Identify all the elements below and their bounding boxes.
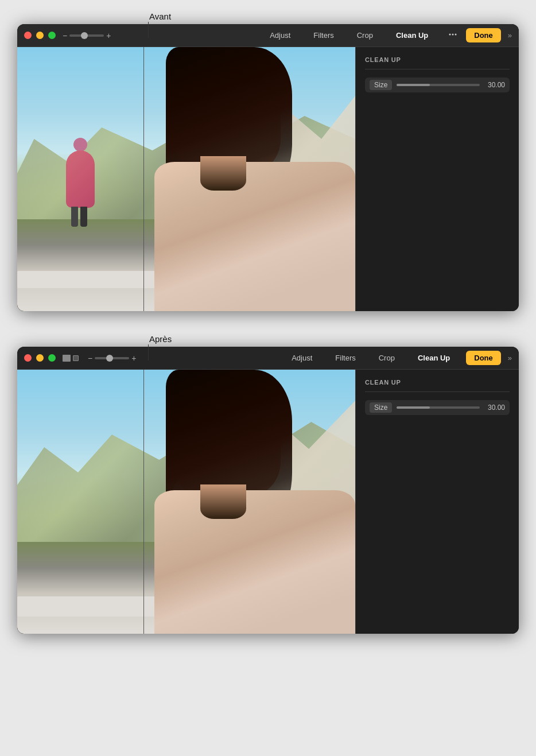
person-pink <box>63 150 98 231</box>
tab-filters-after[interactable]: Filters <box>324 351 367 365</box>
cleanup-section-title-after: CLEAN UP <box>365 379 510 386</box>
cleanup-section-title-before: CLEAN UP <box>365 56 510 63</box>
tab-cleanup-after[interactable]: Clean Up <box>406 351 461 365</box>
window-body-after: CLEAN UP Size 30.00 <box>17 370 519 634</box>
after-window: − + Adjust Filters Crop Clean Up Done » <box>17 347 519 634</box>
close-button[interactable] <box>24 32 32 39</box>
svg-point-2 <box>455 33 457 35</box>
size-value-before: 30.00 <box>484 81 505 89</box>
sidebar-before: CLEAN UP Size 30.00 <box>355 47 519 311</box>
photo-area-before[interactable] <box>17 47 355 311</box>
expand-button-after[interactable]: » <box>508 354 512 362</box>
view-icons-after <box>63 355 79 362</box>
minimize-button-after[interactable] <box>36 354 44 362</box>
nav-tabs-after: Adjust Filters Crop Clean Up <box>280 351 461 365</box>
zoom-control: − + <box>63 31 111 40</box>
svg-point-1 <box>452 33 454 35</box>
nav-tabs-before: Adjust Filters Crop Clean Up <box>258 29 440 42</box>
size-label-after: Size <box>370 402 392 413</box>
tab-cleanup-before[interactable]: Clean Up <box>384 29 440 42</box>
size-label-before: Size <box>370 80 392 90</box>
sidebar-divider-before <box>365 69 510 69</box>
more-button-before[interactable] <box>444 28 461 43</box>
zoom-minus-button-after[interactable]: − <box>88 354 92 363</box>
sidebar-after: CLEAN UP Size 30.00 <box>355 370 519 634</box>
zoom-control-after: − + <box>88 354 136 363</box>
expand-button-before[interactable]: » <box>508 31 512 40</box>
zoom-plus-button[interactable]: + <box>106 31 111 40</box>
view-icon-2[interactable] <box>73 355 79 361</box>
tab-filters-before[interactable]: Filters <box>302 29 345 42</box>
woman-figure-after <box>143 370 355 634</box>
zoom-slider-after[interactable] <box>95 357 129 359</box>
size-control-after[interactable]: Size 30.00 <box>365 400 510 415</box>
titlebar-after: − + Adjust Filters Crop Clean Up Done » <box>17 347 519 370</box>
size-slider-after-track[interactable] <box>397 406 480 409</box>
minimize-button[interactable] <box>36 32 44 39</box>
size-slider-before[interactable] <box>397 84 480 86</box>
tab-adjust-before[interactable]: Adjust <box>258 29 302 42</box>
tab-adjust-after[interactable]: Adjust <box>280 351 324 365</box>
size-value-after: 30.00 <box>484 404 505 412</box>
sidebar-divider-after <box>365 391 510 392</box>
view-icon-1[interactable] <box>63 355 71 362</box>
photo-area-after[interactable] <box>17 370 355 634</box>
woman-figure-before <box>143 47 355 311</box>
avant-label: Avant <box>149 11 171 21</box>
split-line-after[interactable] <box>143 370 144 634</box>
close-button-after[interactable] <box>24 354 32 362</box>
done-button-before[interactable]: Done <box>466 28 501 42</box>
size-control-before[interactable]: Size 30.00 <box>365 77 510 92</box>
maximize-button[interactable] <box>48 32 56 39</box>
maximize-button-after[interactable] <box>48 354 56 362</box>
zoom-minus-button[interactable]: − <box>63 31 67 40</box>
titlebar-before: − + Adjust Filters Crop Clean Up Done » <box>17 24 519 47</box>
before-window: − + Adjust Filters Crop Clean Up Done » <box>17 24 519 311</box>
apres-label: Après <box>149 334 172 344</box>
done-button-after[interactable]: Done <box>466 351 501 365</box>
svg-point-0 <box>449 33 451 35</box>
split-line-before[interactable] <box>143 47 144 311</box>
zoom-plus-button-after[interactable]: + <box>131 354 136 363</box>
tab-crop-after[interactable]: Crop <box>367 351 406 365</box>
zoom-slider[interactable] <box>69 34 104 37</box>
tab-crop-before[interactable]: Crop <box>345 29 384 42</box>
window-body-before: CLEAN UP Size 30.00 <box>17 47 519 311</box>
